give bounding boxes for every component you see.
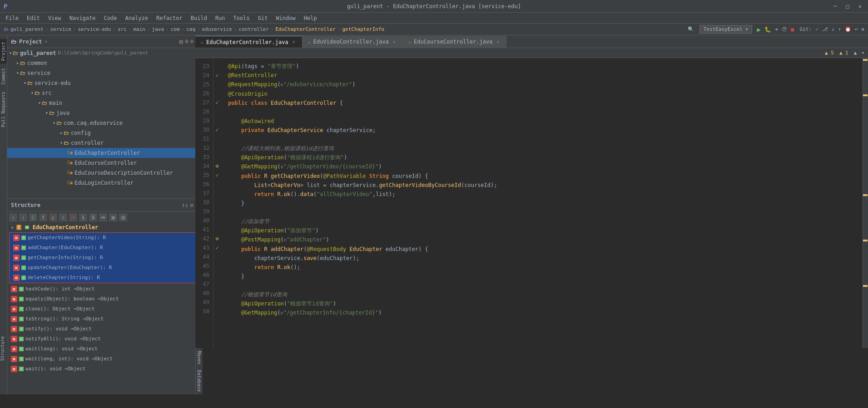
search-everywhere-icon[interactable]: 🔍 (688, 26, 694, 32)
menu-edit[interactable]: Edit (23, 14, 44, 22)
debug-button[interactable]: 🐛 (764, 26, 771, 33)
project-tool-btn[interactable]: Project (0, 39, 7, 64)
menu-analyze[interactable]: Analyze (121, 14, 152, 22)
maximize-button[interactable]: □ (843, 3, 852, 10)
git-check-icon[interactable]: ✓ (815, 26, 818, 32)
tab-edu-chapter-controller[interactable]: ☕ EduChapterController.java × (195, 36, 303, 48)
method-get-chapter-video[interactable]: m + getChapterVideo(String): R (10, 233, 200, 243)
expand-all-button[interactable]: ⊞ (109, 213, 117, 221)
bc-caq[interactable]: caq (186, 26, 195, 32)
method-delete-chapter[interactable]: m + deleteChapter(String): R (10, 273, 200, 283)
method-notify-all[interactable]: m + notifyAll(): void →Object (7, 334, 202, 344)
show-properties-button[interactable]: p (49, 213, 57, 221)
method-add-chapter[interactable]: m + addChapter(EduChapter): R (10, 243, 200, 253)
tree-com-caq[interactable]: ▾ 🗁 com.caq.eduservice (7, 118, 202, 128)
sort-visibility-button[interactable]: ↕ (19, 213, 27, 221)
warning-expand-icon[interactable]: ▲ (854, 50, 857, 56)
coverage-button[interactable]: ☂ (775, 26, 778, 33)
tree-edu-course-desc-controller[interactable]: C● EduCourseDescriptionController (7, 168, 202, 178)
tab-close-btn[interactable]: × (495, 39, 501, 45)
method-wait-long-int[interactable]: m + wait(long, int): void →Object (7, 354, 202, 364)
git-push-icon[interactable]: ↑ (838, 26, 841, 32)
profile-button[interactable]: ⏱ (782, 26, 787, 33)
struct-settings-icon[interactable]: ⚙ (190, 202, 193, 208)
bc-guli-parent[interactable]: guli_parent (10, 26, 44, 32)
project-sort-icon[interactable]: ≡ (185, 38, 188, 45)
tab-close-btn[interactable]: × (291, 39, 297, 45)
run-button[interactable]: ▶ (757, 26, 760, 33)
menu-tools[interactable]: Tools (230, 14, 253, 22)
close-button[interactable]: ✕ (856, 3, 864, 10)
tree-java[interactable]: ▾ 🗁 java (7, 108, 202, 118)
show-fields-button[interactable]: f (39, 213, 47, 221)
warning-collapse-icon[interactable]: ▾ (861, 50, 864, 56)
structure-side-label[interactable]: Structure (0, 334, 8, 363)
tree-service[interactable]: ▾ 🗁 service (7, 68, 202, 78)
minimize-button[interactable]: ─ (831, 3, 839, 10)
struct-sort-icon[interactable]: ↑↓ (182, 202, 188, 208)
menu-view[interactable]: View (45, 14, 65, 22)
tree-edu-login-controller[interactable]: C● EduLoginController (7, 178, 202, 188)
pull-requests-tool-btn[interactable]: Pull Requests (0, 89, 7, 130)
bc-java[interactable]: java (152, 26, 164, 32)
git-more-icon[interactable]: ⊕ (861, 26, 864, 32)
git-history-icon[interactable]: ⏰ (845, 26, 851, 32)
tab-edu-course-controller[interactable]: ☕ EduCourseController.java × (403, 36, 506, 48)
tree-edu-chapter-controller[interactable]: C● EduChapterController (7, 148, 202, 158)
show-static-button[interactable]: S (89, 213, 97, 221)
database-tool-tab[interactable]: Database (196, 367, 202, 394)
project-layout-icon[interactable]: ⊞ (179, 38, 183, 45)
method-equals[interactable]: m + equals(Object): boolean →Object (7, 294, 202, 304)
show-methods-button[interactable]: m (69, 213, 77, 221)
run-config-selector[interactable]: TestEasyExcel ▾ (699, 25, 753, 34)
menu-refactor[interactable]: Refactor (153, 14, 186, 22)
structure-class-node[interactable]: ▾ C + EduChapterController (7, 223, 202, 231)
filter-button[interactable]: ≡▾ (99, 213, 107, 221)
code-area[interactable]: @Api(tags = "章节管理") @RestController @Req… (223, 58, 863, 348)
commit-tool-btn[interactable]: Commit (0, 65, 7, 87)
tree-src[interactable]: ▾ 🗁 src (7, 88, 202, 98)
method-update-chapter[interactable]: m + updateChapter(EduChapter): R (10, 263, 200, 273)
method-clone[interactable]: m ? clone(): Object →Object (7, 304, 202, 314)
tree-root[interactable]: ▾ 🗁 guli_parent D:\Code\SpringCode\guli_… (7, 48, 202, 58)
bc-edu-chapter-controller[interactable]: EduChapterController (275, 26, 335, 32)
git-rollback-icon[interactable]: ↩ (855, 26, 858, 32)
tree-main[interactable]: ▾ 🗁 main (7, 98, 202, 108)
method-wait[interactable]: m + wait(): void →Object (7, 364, 202, 374)
method-notify[interactable]: m + notify(): void →Object (7, 324, 202, 334)
git-update-icon[interactable]: ↓ (832, 26, 835, 32)
menu-run[interactable]: Run (212, 14, 229, 22)
menu-code[interactable]: Code (100, 14, 121, 22)
tree-config[interactable]: ▸ 🗁 config (7, 128, 202, 138)
collapse-all-button[interactable]: ⊟ (119, 213, 127, 221)
menu-help[interactable]: Help (300, 14, 321, 22)
project-settings-icon[interactable]: ⚙ (190, 38, 193, 45)
bc-eduservice[interactable]: eduservice (202, 26, 232, 32)
show-constructors-button[interactable]: c (59, 213, 67, 221)
bc-get-chapter-info[interactable]: getChapterInfo (342, 26, 385, 32)
maven-tool-tab[interactable]: Maven (196, 348, 202, 367)
menu-git[interactable]: Git (254, 14, 272, 22)
bc-com[interactable]: com (171, 26, 180, 32)
menu-window[interactable]: Window (272, 14, 299, 22)
bc-src[interactable]: src (118, 26, 127, 32)
show-inherited-button[interactable]: C (29, 213, 37, 221)
menu-navigate[interactable]: Navigate (66, 14, 99, 22)
tab-edu-video-controller[interactable]: ☕ EduVideoController.java × (303, 36, 403, 48)
bc-controller[interactable]: controller (239, 26, 269, 32)
method-tostring[interactable]: m + toString(): String →Object (7, 314, 202, 324)
tree-common[interactable]: ▸ 🗁 common (7, 58, 202, 68)
bc-main[interactable]: main (133, 26, 145, 32)
tree-edu-course-controller[interactable]: C● EduCourseController (7, 158, 202, 168)
git-branch-icon[interactable]: ⎇ (822, 26, 828, 32)
tree-controller[interactable]: ▾ 🗁 controller (7, 138, 202, 148)
tab-close-btn[interactable]: × (392, 39, 397, 45)
method-get-chapter-info[interactable]: m + getChapterInfo(String): R (10, 253, 200, 263)
stop-button[interactable]: ■ (791, 26, 794, 33)
menu-build[interactable]: Build (187, 14, 211, 22)
show-lambdas-button[interactable]: λ (79, 213, 87, 221)
method-hashcode[interactable]: m + hashCode(): int →Object (7, 284, 202, 294)
method-wait-long[interactable]: m + wait(long): void →Object (7, 344, 202, 354)
tree-service-edu[interactable]: ▾ 🗁 service-edu (7, 78, 202, 88)
bc-service-edu[interactable]: service-edu (78, 26, 111, 32)
